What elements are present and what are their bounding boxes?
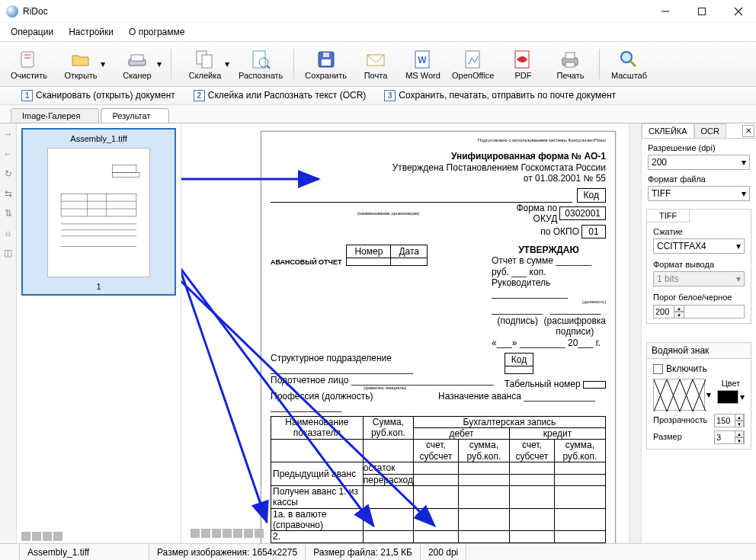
print-button[interactable]: Печать (547, 45, 593, 83)
mail-button[interactable]: Почта (353, 45, 399, 83)
svg-rect-10 (202, 55, 212, 68)
thumbnail-label: Assembly_1.tiff (26, 133, 171, 145)
chevron-down-icon: ▾ (742, 188, 746, 199)
right-panel: СКЛЕЙКА OCR ✕ Разрешение (dpi) 200▾ Форм… (642, 123, 756, 543)
dpi-label: Разрешение (dpi) (648, 143, 750, 152)
save-icon (316, 49, 337, 70)
step-1[interactable]: 1Сканировать (открыть) документ (21, 90, 175, 101)
status-bar: Assembly_1.tiff Размер изображения: 1654… (0, 543, 756, 560)
threshold-input[interactable]: ▲▼ (653, 305, 745, 318)
chevron-down-icon: ▾ (101, 59, 105, 69)
compression-select[interactable]: CCITTFAX4▾ (653, 238, 745, 254)
clear-icon (18, 49, 40, 70)
step-3[interactable]: 3Сохранить, печатать, отправить по почте… (384, 90, 616, 101)
thumb-squares (17, 530, 181, 543)
step-bar: 1Сканировать (открыть) документ 2Склейка… (0, 87, 756, 105)
opacity-input[interactable]: ▲▼ (714, 414, 745, 427)
threshold-label: Порог белое/черное (653, 293, 745, 302)
zoom-button[interactable]: Масштаб (606, 45, 652, 83)
svg-rect-23 (565, 53, 575, 59)
thumbnail-item[interactable]: Assembly_1.tiff (21, 128, 176, 296)
splice-icon (194, 49, 216, 70)
svg-line-13 (267, 66, 270, 69)
panel-tab-splice[interactable]: СКЛЕЙКА (642, 123, 694, 138)
size-label: Размер (653, 432, 682, 441)
arrow-right-icon[interactable]: → (2, 128, 14, 140)
panel-tab-ocr[interactable]: OCR (694, 123, 726, 138)
window-title: RiDoc (23, 6, 654, 17)
open-icon (70, 49, 91, 70)
brightness-icon[interactable]: ☼ (2, 227, 14, 239)
bits-select: 1 bits▾ (653, 271, 745, 286)
preview-canvas[interactable]: Подготовлено с использованием системы Ко… (181, 123, 629, 543)
panel-close-button[interactable]: ✕ (742, 125, 754, 137)
minimize-button[interactable] (654, 3, 677, 20)
scanner-button[interactable]: Сканер ▾ (110, 45, 165, 83)
format-select[interactable]: TIFF▾ (648, 186, 750, 201)
preview-area: Подготовлено с использованием системы Ко… (181, 123, 642, 543)
document-page: Подготовлено с использованием системы Ко… (261, 131, 616, 543)
splice-button[interactable]: Склейка ▾ (178, 45, 232, 83)
spinner-up[interactable]: ▲ (674, 305, 684, 312)
flip-h-icon[interactable]: ⇆ (2, 187, 14, 200)
mail-icon (365, 49, 386, 70)
thumbnail-number: 1 (26, 280, 171, 291)
bits-label: Формат вывода (653, 260, 745, 269)
color-well[interactable] (717, 390, 738, 404)
print-icon (559, 49, 581, 70)
save-button[interactable]: Сохранить (300, 45, 351, 83)
svg-rect-11 (253, 51, 265, 68)
tab-strip: Image-Галерея Результат (0, 105, 756, 123)
svg-rect-17 (367, 55, 384, 66)
step-2[interactable]: 2Склейка или Распознать текст (OCR) (194, 90, 367, 101)
spinner-down[interactable]: ▼ (674, 312, 684, 318)
watermark-title: Водяной знак (647, 343, 751, 359)
maximize-button[interactable] (690, 3, 713, 20)
openoffice-icon (463, 49, 484, 70)
subtab-tiff[interactable]: TIFF (647, 210, 690, 222)
thumbnail-image (47, 148, 150, 277)
menu-settings[interactable]: Настройки (62, 24, 120, 40)
word-button[interactable]: W MS Word (400, 45, 446, 83)
flip-v-icon[interactable]: ⇅ (2, 207, 14, 219)
svg-rect-8 (131, 55, 143, 61)
main-toolbar: Очистить Открыть ▾ Сканер ▾ Склейка ▾ Ра… (0, 41, 756, 87)
watermark-pattern[interactable] (653, 379, 705, 411)
clear-button[interactable]: Очистить (6, 45, 52, 83)
menu-bar: Операции Настройки О программе (0, 23, 756, 41)
size-input[interactable]: ▲▼ (714, 430, 745, 444)
checkbox-icon[interactable] (653, 364, 663, 374)
word-icon: W (412, 49, 434, 70)
chevron-down-icon: ▾ (736, 241, 741, 251)
close-button[interactable] (727, 3, 750, 20)
svg-text:W: W (418, 55, 427, 66)
tab-gallery[interactable]: Image-Галерея (11, 108, 99, 123)
svg-line-26 (630, 61, 636, 66)
status-filesize: Размер файла: 21,5 КБ (306, 544, 421, 560)
chevron-down-icon[interactable]: ▾ (740, 392, 745, 402)
svg-rect-24 (565, 62, 575, 67)
chevron-down-icon: ▾ (742, 157, 746, 168)
status-dpi: 200 dpi (421, 544, 466, 560)
compression-label: Сжатие (653, 227, 745, 236)
left-toolbar: → ← ↻ ⇆ ⇅ ☼ ◫ (0, 123, 17, 543)
watermark-enable[interactable]: Включить (653, 363, 745, 374)
dpi-select[interactable]: 200▾ (648, 155, 750, 170)
ocr-button[interactable]: Распознать (234, 45, 287, 83)
openoffice-button[interactable]: OpenOffice (447, 45, 498, 83)
svg-line-40 (181, 229, 267, 522)
arrow-left-icon[interactable]: ← (2, 148, 14, 160)
menu-about[interactable]: О программе (123, 24, 191, 40)
chevron-down-icon: ▾ (225, 59, 229, 69)
separator (599, 49, 600, 79)
vertical-scrollbar[interactable] (629, 123, 641, 543)
opacity-label: Прозрачность (653, 415, 707, 424)
rotate-icon[interactable]: ↻ (2, 168, 14, 180)
chevron-down-icon[interactable]: ▾ (706, 389, 711, 400)
thumbnail-area: Assembly_1.tiff (17, 123, 181, 543)
menu-operations[interactable]: Операции (5, 24, 59, 40)
pdf-button[interactable]: PDF (500, 45, 546, 83)
crop-icon[interactable]: ◫ (2, 247, 14, 259)
tab-result[interactable]: Результат (101, 108, 169, 123)
open-button[interactable]: Открыть ▾ (53, 45, 108, 83)
